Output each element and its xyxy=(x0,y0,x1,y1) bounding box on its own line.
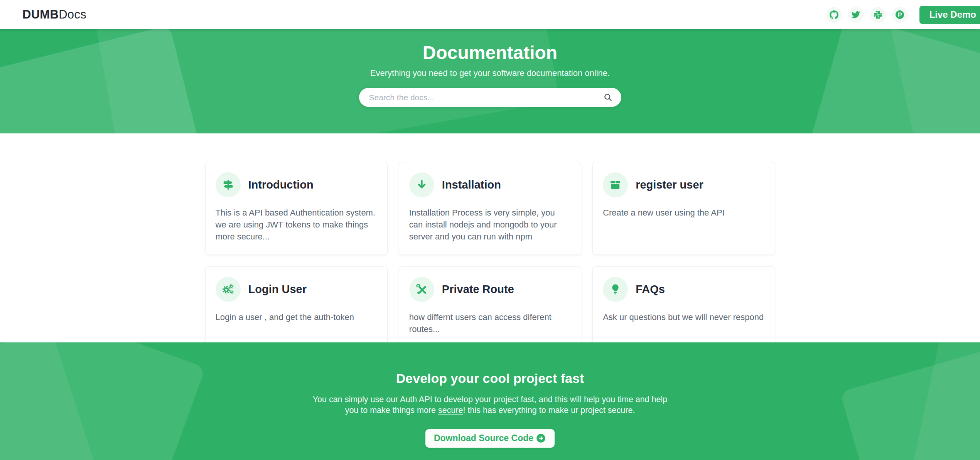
docs-cards-grid: Introduction This is a API based Authent… xyxy=(205,133,775,347)
card-title: Login User xyxy=(248,283,307,296)
slack-link[interactable] xyxy=(870,7,886,23)
card-title: Introduction xyxy=(248,179,314,191)
docs-cards-section: Introduction This is a API based Authent… xyxy=(0,133,980,342)
search-input[interactable] xyxy=(369,93,603,102)
card-faqs[interactable]: FAQs Ask ur questions but we will never … xyxy=(592,266,775,347)
cta-body-line1: You can simply use our Auth API to devel… xyxy=(313,395,667,404)
slack-icon xyxy=(874,11,882,19)
page-subtitle: Everything you need to get your software… xyxy=(0,68,980,78)
cta-title: Develop your cool project fast xyxy=(0,342,980,386)
card-login-user[interactable]: Login User Login a user , and get the au… xyxy=(205,266,388,347)
search-icon[interactable] xyxy=(603,93,613,102)
brand-logo-light: Docs xyxy=(59,8,86,21)
card-title: Installation xyxy=(442,179,501,191)
card-title: register user xyxy=(636,179,703,191)
card-head: FAQs xyxy=(603,277,764,302)
twitter-icon xyxy=(852,10,860,19)
arrow-circle-right-icon xyxy=(536,433,546,443)
card-private-route[interactable]: Private Route how differnt users can acc… xyxy=(399,266,581,347)
box-icon xyxy=(603,172,628,197)
card-introduction[interactable]: Introduction This is a API based Authent… xyxy=(205,162,388,255)
download-button-label: Download Source Code xyxy=(434,433,533,443)
gears-icon xyxy=(216,277,241,302)
header-actions: Live Demo xyxy=(826,6,980,24)
page: DUMBDocs Liv xyxy=(0,0,980,460)
cta-section: Develop your cool project fast You can s… xyxy=(0,342,980,460)
live-demo-button[interactable]: Live Demo xyxy=(919,6,980,24)
product-hunt-icon xyxy=(896,10,904,19)
github-icon xyxy=(830,10,838,19)
cta-body-line2-post: ! this has everything to make ur project… xyxy=(463,406,635,415)
brand-logo: DUMBDocs xyxy=(22,8,86,22)
card-description: Create a new user using the API xyxy=(603,207,764,219)
card-description: This is a API based Authentication syste… xyxy=(216,207,377,243)
header: DUMBDocs Liv xyxy=(0,0,980,29)
card-title: FAQs xyxy=(636,283,665,296)
card-description: Installation Process is very simple, you… xyxy=(409,207,571,243)
page-title: Documentation xyxy=(0,29,980,63)
brand-logo-bold: DUMB xyxy=(22,8,59,21)
signpost-icon xyxy=(216,172,241,197)
github-link[interactable] xyxy=(826,7,842,23)
card-head: Introduction xyxy=(216,172,377,197)
card-installation[interactable]: Installation Installation Process is ver… xyxy=(399,162,581,255)
product-hunt-link[interactable] xyxy=(892,7,908,23)
card-head: Login User xyxy=(216,277,377,302)
search-bar xyxy=(359,88,621,107)
hero-section: Documentation Everything you need to get… xyxy=(0,29,980,133)
card-description: Login a user , and get the auth-token xyxy=(216,311,377,323)
card-register-user[interactable]: register user Create a new user using th… xyxy=(592,162,775,255)
cta-body-line2-pre: you to make things more xyxy=(345,406,438,415)
card-head: Private Route xyxy=(409,277,571,302)
download-source-code-button[interactable]: Download Source Code xyxy=(425,429,555,448)
cta-body: You can simply use our Auth API to devel… xyxy=(0,394,980,416)
card-description: Ask ur questions but we will never respo… xyxy=(603,311,764,323)
card-head: register user xyxy=(603,172,764,197)
secure-link[interactable]: secure xyxy=(438,406,463,415)
download-arrow-icon xyxy=(409,172,434,197)
card-head: Installation xyxy=(409,172,571,197)
twitter-link[interactable] xyxy=(848,7,864,23)
tools-icon xyxy=(409,277,434,302)
lightbulb-icon xyxy=(603,277,628,302)
card-description: how differnt users can access diferent r… xyxy=(409,311,571,335)
card-title: Private Route xyxy=(442,283,514,296)
